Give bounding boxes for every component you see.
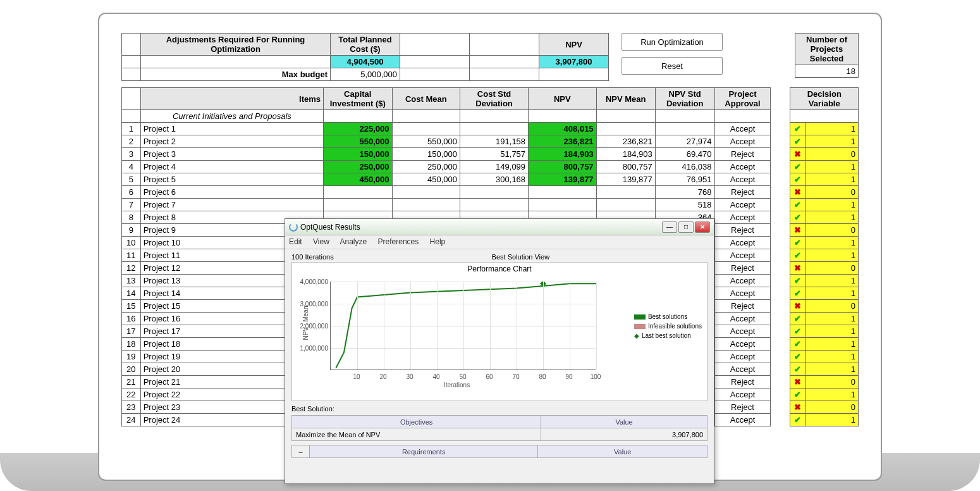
iterations-label: 100 Iterations [291, 253, 334, 261]
legend-last-best: Last best solution [642, 332, 691, 339]
check-icon: ✔ [794, 124, 801, 134]
table-row[interactable]: 3Project 3150,000150,00051,757184,903184… [122, 148, 771, 161]
cross-icon: ✖ [794, 187, 801, 197]
optquest-results-dialog[interactable]: OptQuest Results — □ ✕ Edit View Analyze… [285, 218, 714, 484]
close-button[interactable]: ✕ [695, 221, 710, 233]
check-icon: ✔ [794, 238, 801, 247]
adjustments-header: Adjustments Required For Running Optimiz… [141, 34, 331, 56]
requirements-value-header: Value [538, 445, 707, 458]
total-planned-header: Total Planned Cost ($) [331, 34, 400, 56]
reset-button[interactable]: Reset [622, 57, 723, 75]
col-npv-mean: NPV Mean [596, 88, 655, 110]
num-projects-header: Number of Projects Selected [795, 34, 859, 65]
check-icon: ✔ [794, 213, 801, 222]
dialog-titlebar[interactable]: OptQuest Results — □ ✕ [285, 219, 714, 235]
objectives-table: Objectives Value Maximize the Mean of NP… [291, 415, 707, 441]
npv-value[interactable]: 3,907,800 [539, 56, 609, 68]
dv-row[interactable]: ✔1 [790, 325, 859, 338]
col-decision-variable: Decision Variable [790, 88, 859, 110]
dv-row[interactable]: ✖0 [790, 401, 859, 414]
menu-preferences[interactable]: Preferences [378, 237, 419, 246]
dv-row[interactable]: ✔1 [790, 237, 859, 249]
max-budget-label: Max budget [141, 68, 331, 81]
projects-selected-table: Number of Projects Selected 18 [795, 33, 859, 78]
dv-row[interactable]: ✔1 [790, 287, 859, 300]
table-row[interactable]: 7Project 7518Accept [122, 199, 771, 211]
dv-row[interactable]: ✖0 [790, 186, 859, 199]
check-icon: ✔ [794, 251, 801, 260]
check-icon: ✔ [794, 415, 801, 425]
dv-row[interactable]: ✔1 [790, 414, 859, 426]
dv-row[interactable]: ✖0 [790, 376, 859, 388]
table-row[interactable]: 2Project 2550,000550,000191,158236,82123… [122, 135, 771, 148]
table-row[interactable]: 6Project 6768Reject [122, 186, 771, 199]
check-icon: ✔ [794, 314, 801, 323]
npv-header: NPV [539, 34, 609, 56]
dv-row[interactable]: ✔1 [790, 313, 859, 325]
minimize-button[interactable]: — [662, 221, 677, 233]
requirements-table: – Requirements Value [291, 445, 707, 458]
menu-view[interactable]: View [313, 237, 329, 246]
check-icon: ✔ [794, 175, 801, 184]
dv-row[interactable]: ✔1 [790, 173, 859, 186]
dv-row[interactable]: ✖0 [790, 262, 859, 275]
objective-row: Maximize the Mean of NPV [292, 428, 541, 441]
check-icon: ✔ [794, 364, 801, 374]
cross-icon: ✖ [794, 225, 801, 235]
dv-row[interactable]: ✔1 [790, 388, 859, 401]
objectives-header: Objectives [292, 416, 541, 428]
legend-infeasible: Infeasible solutions [648, 323, 702, 330]
menu-analyze[interactable]: Analyze [340, 237, 367, 246]
total-planned-value[interactable]: 4,904,500 [331, 56, 400, 68]
col-npv-std: NPV Std Deviation [655, 88, 714, 110]
legend-best: Best solutions [648, 313, 687, 320]
check-icon: ✔ [794, 390, 801, 399]
dv-row[interactable]: ✔1 [790, 351, 859, 363]
table-row[interactable]: 1Project 1225,000408,015Accept [122, 123, 771, 135]
view-label: Best Solution View [492, 253, 550, 261]
dv-row[interactable]: ✔1 [790, 161, 859, 173]
dv-row[interactable]: ✔1 [790, 199, 859, 211]
performance-chart: Performance Chart NPV : Mean Iterations … [291, 262, 707, 401]
chart-legend: Best solutions Infeasible solutions ◆Las… [634, 313, 702, 342]
cross-icon: ✖ [794, 263, 801, 273]
value-header: Value [541, 416, 707, 428]
dv-row[interactable]: ✔1 [790, 275, 859, 287]
check-icon: ✔ [794, 289, 801, 298]
dv-row[interactable]: ✔1 [790, 363, 859, 376]
chart-title: Performance Chart [292, 263, 707, 275]
num-projects-value: 18 [795, 65, 859, 78]
cross-icon: ✖ [794, 149, 801, 159]
table-row[interactable]: 5Project 5450,000450,000300,168139,87713… [122, 173, 771, 186]
dv-row[interactable]: ✖0 [790, 224, 859, 237]
col-approval: Project Approval [714, 88, 771, 110]
collapse-icon[interactable]: – [292, 445, 310, 458]
dv-row[interactable]: ✔1 [790, 211, 859, 224]
cross-icon: ✖ [794, 377, 801, 387]
run-optimization-button[interactable]: Run Optimization [622, 33, 723, 51]
subheader-initiatives: Current Initiatives and Proposals [140, 110, 323, 123]
cross-icon: ✖ [794, 402, 801, 412]
dv-row[interactable]: ✔1 [790, 123, 859, 135]
menu-edit[interactable]: Edit [289, 237, 302, 246]
objective-value: 3,907,800 [541, 428, 707, 441]
col-npv: NPV [529, 88, 597, 110]
col-items: Items [140, 88, 323, 110]
table-row[interactable]: 4Project 4250,000250,000149,099800,75780… [122, 161, 771, 173]
app-icon [289, 223, 298, 232]
best-solution-label: Best Solution: [291, 405, 707, 413]
decision-variable-table[interactable]: Decision Variable ✔1✔1✖0✔1✔1✖0✔1✔1✖0✔1✔1… [790, 87, 859, 426]
dv-row[interactable]: ✔1 [790, 249, 859, 262]
max-budget-value[interactable]: 5,000,000 [331, 68, 400, 81]
maximize-button[interactable]: □ [678, 221, 694, 233]
check-icon: ✔ [794, 276, 801, 285]
dv-row[interactable]: ✖0 [790, 300, 859, 313]
dialog-title: OptQuest Results [298, 223, 661, 232]
dv-row[interactable]: ✖0 [790, 148, 859, 161]
dv-row[interactable]: ✔1 [790, 135, 859, 148]
col-cost-std: Cost Std Deviation [460, 88, 529, 110]
cross-icon: ✖ [794, 301, 801, 311]
dv-row[interactable]: ✔1 [790, 338, 859, 351]
menu-help[interactable]: Help [430, 237, 446, 246]
summary-table: Adjustments Required For Running Optimiz… [121, 33, 609, 81]
